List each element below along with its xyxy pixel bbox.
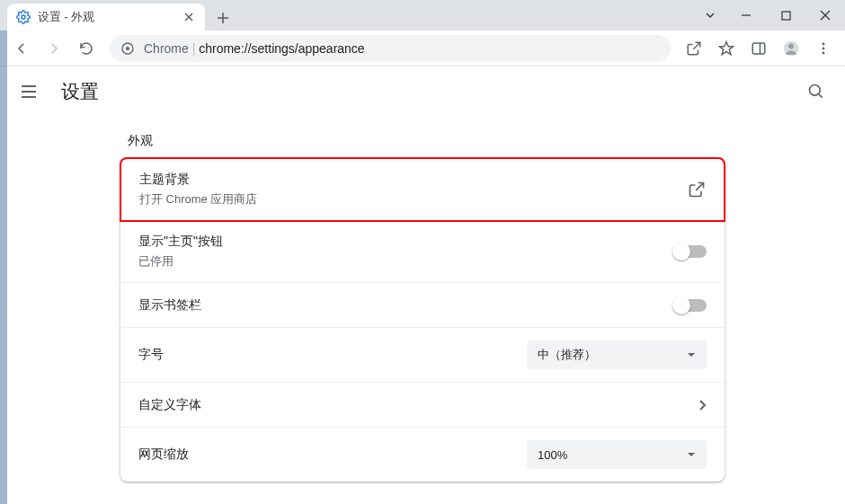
chevron-right-icon — [698, 399, 707, 411]
profile-button[interactable] — [777, 34, 805, 63]
row-label: 显示"主页"按钮 — [138, 234, 223, 250]
tab-search-button[interactable] — [694, 2, 726, 29]
row-label: 显示书签栏 — [138, 297, 201, 314]
row-sublabel: 已停用 — [138, 253, 223, 270]
theme-row[interactable]: 主题背景 打开 Chrome 应用商店 — [120, 157, 725, 222]
svg-point-8 — [823, 42, 825, 45]
home-button-toggle[interactable] — [674, 245, 707, 258]
font-size-row: 字号 中（推荐） — [120, 328, 725, 383]
titlebar: 设置 - 外观 — [0, 0, 845, 31]
bookmarks-bar-toggle[interactable] — [674, 299, 707, 312]
svg-rect-4 — [752, 43, 765, 54]
side-panel-button[interactable] — [744, 34, 773, 63]
row-sublabel: 打开 Chrome 应用商店 — [139, 191, 257, 208]
custom-fonts-row[interactable]: 自定义字体 — [120, 383, 725, 428]
section-title: 外观 — [128, 133, 725, 149]
page-zoom-select[interactable]: 100% — [527, 440, 707, 469]
page-zoom-row: 网页缩放 100% — [120, 428, 725, 482]
row-label: 网页缩放 — [138, 447, 189, 463]
svg-rect-1 — [782, 12, 790, 20]
maximize-button[interactable] — [766, 2, 805, 29]
browser-tab[interactable]: 设置 - 外观 — [7, 4, 205, 31]
back-button[interactable] — [7, 34, 36, 63]
forward-button[interactable] — [40, 34, 68, 63]
select-value: 中（推荐） — [538, 347, 596, 363]
svg-point-11 — [810, 85, 821, 96]
row-label: 自定义字体 — [138, 397, 201, 413]
svg-point-0 — [22, 15, 25, 19]
gear-icon — [16, 10, 31, 24]
search-button[interactable] — [802, 77, 831, 106]
svg-point-7 — [788, 43, 794, 49]
bookmark-button[interactable] — [712, 34, 741, 63]
home-button-row: 显示"主页"按钮 已停用 — [120, 221, 725, 283]
row-label: 字号 — [138, 347, 164, 363]
tab-title: 设置 - 外观 — [38, 10, 94, 25]
chevron-down-icon — [687, 350, 696, 359]
chevron-down-icon — [687, 450, 696, 459]
font-size-select[interactable]: 中（推荐） — [527, 340, 707, 369]
svg-line-12 — [819, 94, 823, 98]
settings-card: 主题背景 打开 Chrome 应用商店 显示"主页"按钮 已停用 显示书签栏 — [120, 157, 725, 482]
menu-button[interactable] — [809, 34, 838, 63]
omnibox[interactable]: Chrome | chrome://settings/appearance — [110, 35, 671, 62]
svg-point-3 — [126, 47, 129, 50]
site-info-icon[interactable] — [120, 41, 135, 56]
close-window-button[interactable] — [805, 2, 845, 29]
omnibox-text: Chrome | chrome://settings/appearance — [144, 41, 365, 56]
share-button[interactable] — [680, 34, 708, 63]
row-label: 主题背景 — [139, 172, 257, 188]
minimize-button[interactable] — [726, 2, 766, 29]
menu-icon[interactable] — [14, 77, 43, 106]
reload-button[interactable] — [72, 34, 101, 63]
page-title: 设置 — [61, 79, 99, 104]
close-tab-button[interactable] — [182, 10, 196, 24]
select-value: 100% — [538, 448, 567, 462]
settings-header: 设置 — [0, 66, 845, 117]
new-tab-button[interactable] — [210, 5, 236, 31]
toolbar: Chrome | chrome://settings/appearance — [0, 31, 845, 66]
external-link-icon[interactable] — [688, 181, 706, 199]
svg-point-9 — [823, 47, 825, 49]
svg-point-10 — [823, 51, 825, 54]
bookmarks-bar-row: 显示书签栏 — [120, 283, 725, 328]
